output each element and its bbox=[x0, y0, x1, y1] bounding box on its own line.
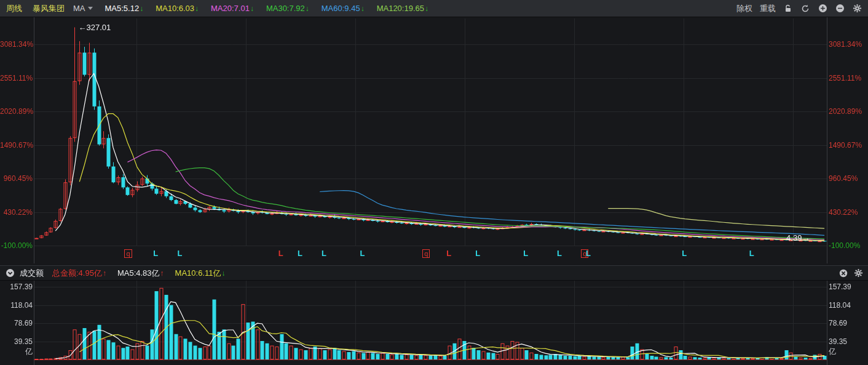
ma-dropdown-label: MA bbox=[73, 4, 85, 13]
zoom-out-icon[interactable] bbox=[835, 4, 845, 14]
volume-chart-canvas[interactable] bbox=[0, 281, 868, 365]
reload-button[interactable]: 重载 bbox=[760, 3, 776, 14]
event-marker-L[interactable]: L bbox=[749, 249, 754, 258]
event-marker-L[interactable]: L bbox=[523, 249, 528, 258]
volume-panel-title[interactable]: 成交额 bbox=[20, 268, 44, 279]
event-marker-L[interactable]: L bbox=[360, 249, 365, 258]
ma-legend: MA5:5.12↓MA10:6.03↓MA20:7.01↓MA30:7.92↓M… bbox=[105, 4, 429, 13]
legend-item: MA120:19.65↓ bbox=[377, 4, 428, 13]
volume-header: 成交额 总金额:4.95亿↑MA5:4.83亿↑MA10:6.11亿↓ bbox=[0, 265, 868, 281]
legend-item: MA60:9.45↓ bbox=[322, 4, 365, 13]
ma-dropdown[interactable]: MA bbox=[73, 4, 93, 13]
down-arrow-icon: ↓ bbox=[222, 269, 226, 278]
event-marker-L[interactable]: L bbox=[586, 249, 591, 258]
legend-item: MA10:6.11亿↓ bbox=[175, 268, 226, 279]
event-marker-L[interactable]: L bbox=[322, 249, 326, 258]
down-arrow-icon: ↓ bbox=[195, 4, 199, 13]
chevron-down-icon bbox=[88, 7, 93, 10]
up-arrow-icon: ↑ bbox=[103, 269, 106, 278]
legend-item: MA20:7.01↓ bbox=[211, 4, 254, 13]
down-arrow-icon: ↓ bbox=[306, 4, 309, 13]
event-marker-L[interactable]: L bbox=[177, 249, 182, 258]
down-arrow-icon: ↓ bbox=[361, 4, 365, 13]
down-arrow-icon: ↓ bbox=[250, 4, 254, 13]
event-marker-L[interactable]: L bbox=[557, 249, 562, 258]
event-marker-L[interactable]: L bbox=[446, 249, 451, 258]
ex-rights-button[interactable]: 除权 bbox=[736, 3, 752, 14]
refresh-icon[interactable] bbox=[800, 4, 810, 14]
unlock-icon[interactable] bbox=[783, 4, 793, 14]
period-label[interactable]: 周线 bbox=[6, 3, 22, 14]
event-marker-L[interactable]: L bbox=[475, 249, 480, 258]
legend-item: MA30:7.92↓ bbox=[266, 4, 309, 13]
settings-gear-icon[interactable] bbox=[852, 4, 862, 14]
zoom-in-icon[interactable] bbox=[818, 4, 827, 14]
legend-item: MA10:6.03↓ bbox=[156, 4, 199, 13]
down-arrow-icon: ↓ bbox=[140, 4, 143, 13]
legend-item: MA5:4.83亿↑ bbox=[117, 268, 164, 279]
main-chart-panel: 3081.34%2551.11%2020.89%1490.67%960.45%4… bbox=[0, 17, 868, 265]
volume-panel: 157.39118.0478.6939.35亿 157.39118.0478.6… bbox=[0, 281, 868, 365]
candlestick-chart-canvas[interactable] bbox=[0, 17, 868, 265]
close-panel-icon[interactable] bbox=[838, 268, 848, 278]
stock-chart-app: 周线 暴风集团 MA MA5:5.12↓MA10:6.03↓MA20:7.01↓… bbox=[0, 0, 868, 365]
toolbar: 周线 暴风集团 MA MA5:5.12↓MA10:6.03↓MA20:7.01↓… bbox=[0, 0, 868, 17]
collapse-panel-icon[interactable] bbox=[5, 268, 15, 278]
legend-item: 总金额:4.95亿↑ bbox=[52, 268, 106, 279]
event-marker-L[interactable]: L bbox=[278, 249, 283, 258]
announcement-marker[interactable]: q bbox=[124, 249, 132, 258]
announcement-marker[interactable]: q bbox=[422, 249, 430, 258]
legend-item: MA5:5.12↓ bbox=[105, 4, 144, 13]
up-arrow-icon: ↑ bbox=[160, 269, 164, 278]
volume-legend: 总金额:4.95亿↑MA5:4.83亿↑MA10:6.11亿↓ bbox=[52, 268, 226, 279]
panel-settings-gear-icon[interactable] bbox=[853, 268, 863, 278]
event-marker-L[interactable]: L bbox=[298, 249, 302, 258]
stock-name: 暴风集团 bbox=[33, 3, 65, 14]
event-marker-L[interactable]: L bbox=[682, 249, 687, 258]
down-arrow-icon: ↓ bbox=[425, 4, 428, 13]
event-marker-L[interactable]: L bbox=[153, 249, 158, 258]
